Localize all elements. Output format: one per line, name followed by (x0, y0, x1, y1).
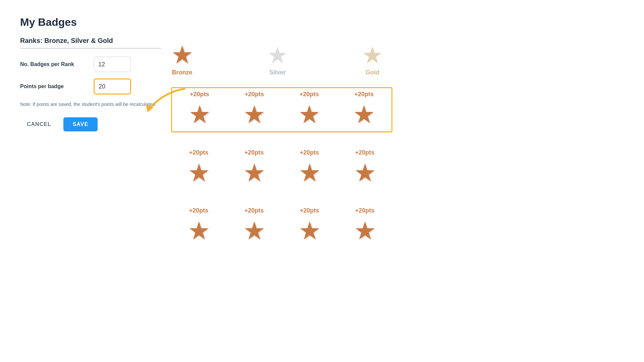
bronze-badge-star-1-4: ★ (353, 100, 375, 129)
badge-cell-2-1: +20pts ★ (171, 149, 226, 187)
badge-cell-3-2: +20pts ★ (226, 207, 282, 245)
badges-per-rank-label: No. Badges per Rank (20, 61, 94, 67)
badge-cell-3-3: +20pts ★ (282, 207, 337, 245)
badge-pts-2-4: +20pts (355, 149, 375, 156)
badge-row-3: +20pts ★ +20pts ★ +20pts ★ +20pts ★ (171, 207, 392, 245)
badge-pts-3-1: +20pts (189, 207, 209, 214)
bronze-rank: ★ Bronze (171, 40, 193, 76)
badge-cell-2-4: +20pts ★ (337, 149, 392, 187)
bronze-badge-star-3-4: ★ (354, 216, 376, 245)
gold-rank: ★ Gold (362, 42, 383, 76)
save-button[interactable]: SAVE (63, 117, 98, 131)
badge-pts-2-2: +20pts (245, 149, 264, 156)
badge-cell-3-1: +20pts ★ (171, 207, 226, 245)
bronze-star-icon: ★ (171, 40, 193, 69)
badge-pts-1-1: +20pts (190, 91, 209, 98)
silver-label: Silver (269, 69, 286, 76)
badge-pts-1-3: +20pts (300, 91, 319, 98)
points-per-badge-label: Points per badge (20, 83, 94, 89)
badge-pts-3-4: +20pts (355, 207, 375, 214)
points-per-badge-input[interactable] (94, 79, 131, 94)
badge-row-1: +20pts ★ +20pts ★ +20pts ★ +20pts ★ (171, 87, 392, 132)
badge-cell-2-3: +20pts ★ (282, 149, 337, 187)
ranks-title: Ranks: Bronze, Silver & Gold (20, 37, 161, 49)
badge-grid: +20pts ★ +20pts ★ +20pts ★ +20pts ★ +20p… (171, 87, 392, 265)
bronze-badge-star-1-1: ★ (189, 100, 211, 129)
silver-star-icon: ★ (267, 42, 288, 69)
gold-star-icon: ★ (362, 42, 383, 69)
bronze-badge-star-3-1: ★ (188, 216, 210, 245)
silver-rank: ★ Silver (267, 42, 288, 76)
bronze-label: Bronze (172, 69, 192, 76)
badge-cell-2-2: +20pts ★ (226, 149, 282, 187)
badge-pts-3-3: +20pts (300, 207, 319, 214)
badge-cell-3-4: +20pts ★ (337, 207, 392, 245)
left-panel: Ranks: Bronze, Silver & Gold No. Badges … (20, 37, 161, 131)
bronze-badge-star-1-2: ★ (243, 100, 265, 129)
badge-cell-1-1: +20pts ★ (172, 91, 227, 129)
badge-row-2: +20pts ★ +20pts ★ +20pts ★ +20pts ★ (171, 149, 392, 187)
bronze-badge-star-2-4: ★ (354, 158, 376, 187)
bronze-badge-star-2-3: ★ (299, 158, 321, 187)
badge-pts-3-2: +20pts (245, 207, 264, 214)
bronze-badge-star-2-2: ★ (243, 158, 265, 187)
badges-per-rank-input[interactable] (94, 57, 131, 72)
cancel-button[interactable]: CANCEL (20, 117, 58, 131)
bronze-badge-star-2-1: ★ (188, 158, 210, 187)
page-title: My Badges (20, 16, 624, 28)
badge-cell-1-3: +20pts ★ (282, 91, 337, 129)
badge-pts-1-4: +20pts (354, 91, 374, 98)
gold-label: Gold (366, 69, 379, 76)
bronze-badge-star-1-3: ★ (298, 100, 320, 129)
badges-per-rank-row: No. Badges per Rank (20, 57, 161, 72)
bronze-badge-star-3-2: ★ (243, 216, 265, 245)
ranks-header: ★ Bronze ★ Silver ★ Gold (171, 40, 383, 76)
badge-pts-2-1: +20pts (189, 149, 209, 156)
bronze-badge-star-3-3: ★ (299, 216, 321, 245)
badge-cell-1-4: +20pts ★ (337, 91, 392, 129)
badge-cell-1-2: +20pts ★ (227, 91, 282, 129)
badge-pts-1-2: +20pts (245, 91, 264, 98)
action-buttons: CANCEL SAVE (20, 117, 161, 131)
badge-pts-2-3: +20pts (300, 149, 319, 156)
